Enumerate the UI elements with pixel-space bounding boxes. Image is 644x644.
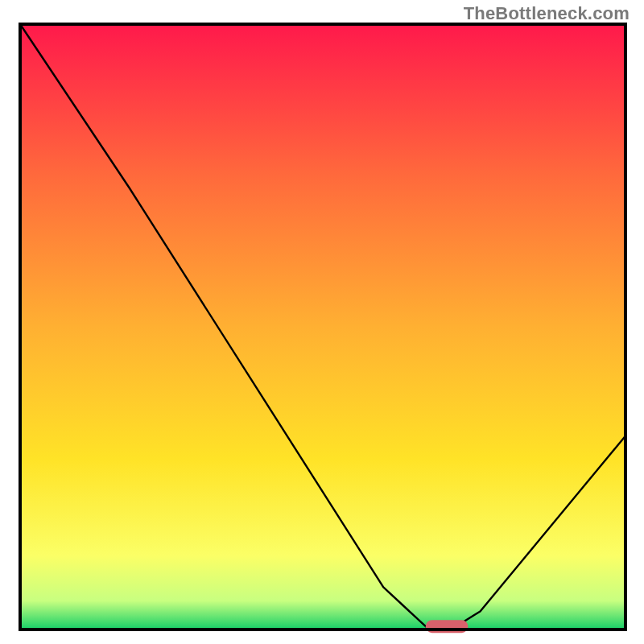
watermark-text: TheBottleneck.com — [464, 3, 630, 24]
bottleneck-chart — [0, 0, 644, 644]
chart-stage: TheBottleneck.com — [0, 0, 644, 644]
plot-background — [22, 26, 624, 628]
